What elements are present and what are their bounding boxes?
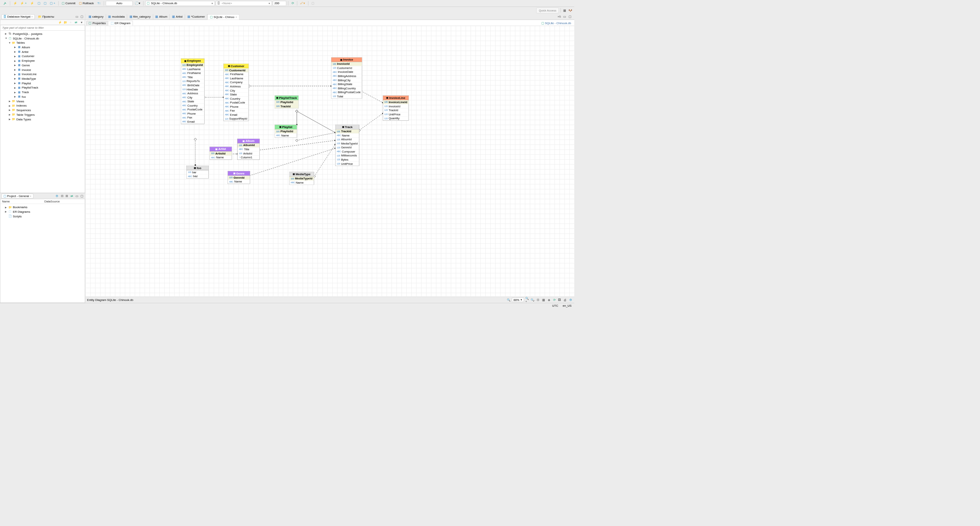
entity-column[interactable]: ABCPhone	[181, 112, 204, 116]
tree-item[interactable]: ▶⬚ER Diagrams	[1, 209, 85, 214]
entity-header[interactable]: ▦Track	[335, 125, 359, 130]
tree-item[interactable]: ▶🐘PostgreSQL - postgres	[1, 31, 85, 36]
entity-column[interactable]: 123InvoiceLineId	[383, 100, 409, 104]
entity-employee[interactable]: ▦Employee123EmployeeIdABCLastNameABCFirs…	[181, 58, 205, 124]
editor-tab[interactable]: ▦mockdata	[106, 14, 127, 19]
entity-column[interactable]: ABCBillingCountry	[331, 86, 362, 90]
entity-column[interactable]: 123UnitPrice	[383, 112, 409, 117]
tree-item[interactable]: ▶▦InvoiceLine	[1, 72, 85, 77]
stop-icon[interactable]: ▢	[310, 1, 315, 5]
sql-new-icon[interactable]: ▢+	[49, 1, 57, 5]
link-icon[interactable]: ⇄	[74, 20, 78, 25]
entity-column[interactable]: ABCCountry	[224, 97, 249, 101]
search-icon[interactable]: 🔍	[506, 298, 511, 302]
gear-icon[interactable]: ⚙	[55, 194, 59, 198]
sql-editor-icon[interactable]: ▢	[36, 1, 41, 5]
entity-column[interactable]: ABCAddress	[224, 84, 249, 89]
refresh-icon[interactable]: ⟳	[290, 1, 295, 5]
export-icon[interactable]: 🖼	[558, 298, 562, 302]
expand-arrow-icon[interactable]: ▶	[14, 90, 16, 94]
grid-icon[interactable]: ▦	[541, 298, 546, 302]
close-icon[interactable]: ×	[236, 16, 237, 18]
highlight-icon[interactable]: 🖊▾	[299, 1, 306, 5]
folder-mini-icon[interactable]: 📁	[63, 20, 67, 25]
entity-column[interactable]: 123InvoiceId	[383, 104, 409, 108]
expand-arrow-icon[interactable]: ▶	[8, 108, 11, 112]
entity-column[interactable]: 123ArtistId	[238, 151, 259, 156]
entity-column[interactable]: ABCPostalCode	[181, 108, 204, 112]
entity-column[interactable]: 123TrackId	[383, 108, 409, 112]
entity-column[interactable]: ABCBillingState	[331, 82, 362, 86]
settings-icon[interactable]: ⚙	[569, 298, 573, 302]
entity-column[interactable]: ABCState	[224, 92, 249, 97]
row-limit-input[interactable]	[273, 1, 286, 6]
properties-tab[interactable]: ▢Properties	[86, 21, 108, 26]
entity-column[interactable]: 123Milliseconds	[335, 154, 359, 158]
sql-recent-icon[interactable]: ▢	[43, 1, 48, 5]
tree-item[interactable]: ▼▢SQLite - Chinook.db	[1, 36, 85, 41]
expand-arrow-icon[interactable]: ▶	[8, 118, 11, 121]
tree-item[interactable]: ▶▦PlaylistTrack	[1, 85, 85, 90]
entity-column[interactable]: 123CustomerId	[224, 68, 249, 72]
schema-combo[interactable]: 🗄<None>▼	[216, 1, 272, 6]
entity-header[interactable]: ▦Employee	[181, 59, 204, 63]
entity-column[interactable]: 123TrackId	[335, 130, 359, 134]
expand-arrow-icon[interactable]: ▶	[8, 104, 11, 107]
entity-genre[interactable]: ▦Genre123GenreIdABCName	[228, 171, 250, 184]
entity-column[interactable]: ABCEmail	[224, 113, 249, 117]
entity-column[interactable]: ABCName	[228, 180, 250, 184]
expand-arrow-icon[interactable]: ▶	[14, 68, 16, 71]
datasource-combo[interactable]: ▢SQLite - Chinook.db▼	[145, 1, 215, 6]
entity-invoice[interactable]: ▦Invoice123InvoiceId123CustomerIdABCInvo…	[331, 57, 362, 99]
commit-button[interactable]: ▢Commit	[61, 1, 77, 5]
entity-column[interactable]: ABCFax	[181, 116, 204, 120]
perspective-generic-icon[interactable]: 🐶	[569, 8, 573, 13]
entity-foo[interactable]: ▦foo123barABCbaz	[186, 166, 209, 179]
entity-column[interactable]: ABCFirstName	[181, 71, 204, 76]
entity-column[interactable]: ABCLastName	[181, 67, 204, 71]
entity-header[interactable]: ▦Artist	[210, 147, 231, 151]
editor-tab[interactable]: ▦category	[86, 14, 106, 19]
expand-arrow-icon[interactable]: ▶	[14, 77, 16, 80]
entity-mediatype[interactable]: ▦MediaType123MediaTypeIdABCName	[289, 172, 314, 185]
entity-header[interactable]: ▦Album	[238, 139, 259, 143]
tree-item[interactable]: ▶▦Employee	[1, 58, 85, 63]
entity-column[interactable]: ABCCompany	[224, 81, 249, 85]
zoom-in-icon[interactable]: 🔍+	[525, 298, 529, 302]
entity-column[interactable]: ABCBillingPostalCode	[331, 90, 362, 95]
entity-column[interactable]: ABCPostalCode	[224, 101, 249, 105]
entity-column[interactable]: ABCName	[210, 156, 231, 160]
entity-column[interactable]: 123MediaTypeId	[289, 177, 314, 181]
perspective-db-icon[interactable]: ▦	[563, 8, 567, 13]
quick-access-button[interactable]: Quick Access	[536, 8, 559, 13]
expand-arrow-icon[interactable]: ▶	[8, 100, 11, 103]
breadcrumb[interactable]: ▢SQLite - Chinook.db	[541, 21, 574, 25]
entity-album[interactable]: ▦Album123AlbumIdABCTitle123ArtistId⦙⦙Col…	[237, 139, 260, 160]
expand-arrow-icon[interactable]: ▶	[5, 206, 7, 209]
entity-column[interactable]: ABCTitle	[238, 147, 259, 151]
entity-column[interactable]: 123ReportsTo	[181, 79, 204, 84]
navigator-filter-input[interactable]	[0, 25, 85, 31]
entity-header[interactable]: ▦Customer	[224, 64, 249, 68]
expand-arrow-icon[interactable]: ▶	[14, 46, 16, 49]
expand-arrow-icon[interactable]: ▼	[8, 41, 11, 44]
entity-column[interactable]: 123InvoiceId	[331, 62, 362, 66]
expand-arrow-icon[interactable]: ▶	[5, 32, 7, 35]
entity-column[interactable]: ABCBillingAddress	[331, 74, 362, 78]
entity-column[interactable]: ABCLastName	[224, 76, 249, 81]
tree-item[interactable]: ▶📁Bookmarks	[1, 205, 85, 210]
minimize-icon[interactable]: ▭	[75, 15, 79, 19]
menu-icon[interactable]: ▾	[79, 20, 84, 25]
entity-column[interactable]: 123AlbumId	[238, 143, 259, 148]
entity-column[interactable]: ABCCity	[224, 89, 249, 93]
close-icon[interactable]: ×	[31, 15, 33, 18]
entity-column[interactable]: ABCAddress	[181, 92, 204, 96]
entity-invoiceline[interactable]: ▦InvoiceLine123InvoiceLineId123InvoiceId…	[383, 95, 409, 121]
entity-column[interactable]: 123PlaylistId	[275, 100, 298, 104]
entity-header[interactable]: ▦PlaylistTrack	[275, 96, 298, 100]
maximize-icon[interactable]: ▢	[80, 194, 84, 198]
minimize-icon[interactable]: ▭	[75, 194, 79, 198]
collapse-icon[interactable]: ⊟	[60, 194, 64, 198]
tree-item[interactable]: ▶📁Data Types	[1, 117, 85, 122]
entity-column[interactable]: ABCCountry	[181, 104, 204, 108]
